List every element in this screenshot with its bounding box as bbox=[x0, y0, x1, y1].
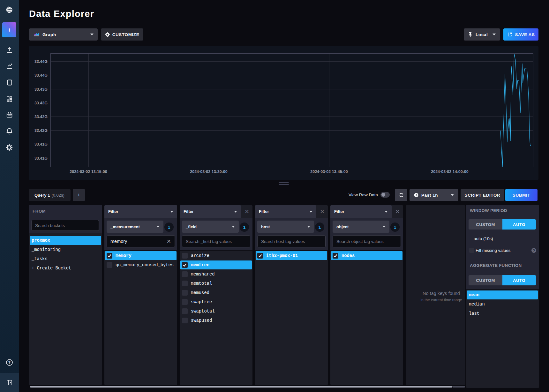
svg-text:2024-03-02 13:30:00: 2024-03-02 13:30:00 bbox=[190, 170, 227, 174]
svg-text:33.43G: 33.43G bbox=[34, 101, 48, 105]
svg-text:2024-03-02 14:00:00: 2024-03-02 14:00:00 bbox=[431, 170, 468, 174]
svg-text:33.44G: 33.44G bbox=[34, 73, 48, 78]
svg-text:33.42G: 33.42G bbox=[34, 115, 48, 119]
svg-text:33.44G: 33.44G bbox=[34, 59, 48, 64]
svg-text:2024-03-02 13:15:00: 2024-03-02 13:15:00 bbox=[70, 170, 107, 174]
svg-text:?: ? bbox=[8, 360, 11, 365]
svg-text:33.41G: 33.41G bbox=[34, 142, 48, 147]
svg-text:33.43G: 33.43G bbox=[34, 87, 48, 92]
svg-text:33.41G: 33.41G bbox=[34, 156, 48, 161]
svg-text:33.42G: 33.42G bbox=[34, 128, 48, 133]
svg-text:2024-03-02 13:45:00: 2024-03-02 13:45:00 bbox=[310, 170, 348, 174]
